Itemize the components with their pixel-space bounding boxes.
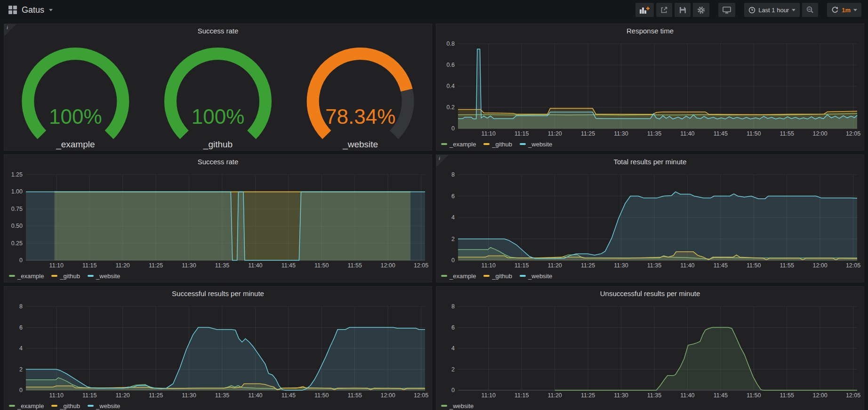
legend-item-_example[interactable]: _example [441,141,476,148]
successful-results-chart[interactable]: 11:1011:1511:2011:2511:3011:3511:4011:45… [4,300,432,400]
legend: _website [436,400,864,410]
legend-label: _website [96,273,120,280]
x-axis-tick-label: 11:40 [248,392,262,399]
x-axis-tick-label: 11:25 [581,392,595,399]
y-axis-tick-label: 0 [19,257,23,264]
time-range-label: Last 1 hour [758,7,789,14]
y-axis-tick-label: 0 [451,387,455,394]
panel-title[interactable]: Successful results per minute [4,287,432,300]
legend-item-_example[interactable]: _example [9,273,44,280]
y-axis-tick-label: 0.4 [447,83,455,89]
dashboard-title[interactable]: Gatus [22,5,44,15]
success-rate-gauges: 100%_example100%_github78.34%_website [4,37,432,150]
y-axis-tick-label: 0.8 [447,40,455,47]
total-results-chart[interactable]: 11:1011:1511:2011:2511:3011:3511:4011:45… [436,168,864,270]
unsuccessful-results-chart[interactable]: 11:1011:1511:2011:2511:3011:3511:4011:45… [436,300,864,400]
y-axis-tick-label: 0 [19,387,23,394]
legend-label: _example [17,273,44,280]
add-panel-button[interactable] [635,3,654,17]
save-button[interactable] [675,3,691,17]
legend-item-_website[interactable]: _website [441,402,474,410]
panel-title[interactable]: Response time [436,24,864,37]
caret-down-icon[interactable] [49,9,53,11]
legend-item-_website[interactable]: _website [520,273,552,280]
x-axis-tick-label: 11:20 [547,130,562,137]
response-time-chart[interactable]: 11:1011:1511:2011:2511:3011:3511:4011:45… [436,37,864,138]
time-range-button[interactable]: Last 1 hour [744,3,800,17]
zoom-out-button[interactable] [802,3,818,17]
x-axis-tick-label: 12:05 [414,392,428,399]
legend-label: _github [60,273,80,280]
legend-item-_example[interactable]: _example [441,273,476,280]
x-axis-tick-label: 11:15 [514,130,529,137]
dashboards-grid-icon[interactable] [8,6,17,14]
navbar-actions: Last 1 hour 1m [633,3,861,17]
legend-color-chip [441,275,447,277]
panel-title[interactable]: Unsuccessful results per minute [436,287,864,300]
total-results-body: 11:1011:1511:2011:2511:3011:3511:4011:45… [436,168,864,282]
legend-item-_github[interactable]: _github [483,141,512,148]
share-icon [660,6,668,14]
legend-label: _website [528,141,552,148]
legend-label: _website [96,402,120,410]
legend-item-_github[interactable]: _github [51,402,80,410]
x-axis-tick-label: 11:45 [714,392,728,399]
tv-mode-button[interactable] [718,3,735,17]
settings-button[interactable] [693,3,709,17]
legend-item-_github[interactable]: _github [51,273,80,280]
x-axis-tick-label: 12:00 [812,262,827,269]
x-axis-tick-label: 11:40 [680,130,694,137]
panel-title[interactable]: Total results per minute [436,155,864,168]
x-axis-tick-label: 11:45 [281,262,296,269]
x-axis-tick-label: 12:00 [812,130,827,137]
y-axis-tick-label: 0.25 [11,240,23,247]
legend-item-_website[interactable]: _website [520,141,552,148]
x-axis-tick-label: 11:20 [547,392,562,399]
x-axis-tick-label: 11:45 [714,130,728,137]
x-axis-tick-label: 11:55 [348,262,362,269]
panel-title[interactable]: Success rate [4,24,432,37]
clock-icon [748,7,755,14]
legend-item-_website[interactable]: _website [88,273,120,280]
gear-icon [697,6,705,14]
gauge-label-_github: _github [203,139,233,150]
success-rate-chart[interactable]: 11:1011:1511:2011:2511:3011:3511:4011:45… [4,168,432,270]
panel-title[interactable]: Success rate [4,155,432,168]
caret-down-icon [853,9,857,11]
legend-label: _example [450,141,476,148]
x-axis-tick-label: 11:35 [215,262,229,269]
x-axis-tick-label: 12:00 [380,262,395,269]
panel-success-rate-gauges: i Success rate 100%_example100%_github78… [4,24,432,151]
legend-item-_example[interactable]: _example [9,402,44,410]
y-axis-tick-label: 4 [451,345,455,352]
y-axis-tick-label: 0 [451,125,455,132]
x-axis-tick-label: 11:50 [314,392,329,399]
x-axis-tick-label: 11:30 [182,392,196,399]
x-axis-tick-label: 11:10 [49,392,64,399]
legend-color-chip [88,275,94,277]
x-axis-tick-label: 12:00 [812,392,827,399]
x-axis-tick-label: 11:15 [82,262,96,269]
x-axis-tick-label: 11:30 [614,130,628,137]
legend-item-_github[interactable]: _github [483,273,512,280]
legend-color-chip [51,405,57,407]
gauge-value-_example: 100% [49,105,102,128]
legend-label: _example [17,402,44,410]
success-rate-gauges-body: 100%_example100%_github78.34%_website [4,37,432,150]
y-axis-tick-label: 0.6 [447,62,455,68]
x-axis-tick-label: 11:50 [314,262,329,269]
refresh-button[interactable]: 1m [827,3,861,17]
share-button[interactable] [656,3,672,17]
x-axis-tick-label: 12:05 [846,392,860,399]
x-axis-tick-label: 11:45 [281,392,296,399]
y-axis-tick-label: 4 [19,345,23,352]
response-time-body: 11:1011:1511:2011:2511:3011:3511:4011:45… [436,37,864,150]
y-axis-tick-label: 0.75 [11,206,23,212]
legend-color-chip [520,275,526,277]
x-axis-tick-label: 11:10 [49,262,64,269]
x-axis-tick-label: 11:20 [547,262,562,269]
legend-item-_website[interactable]: _website [88,402,120,410]
x-axis-tick-label: 11:45 [714,262,728,269]
caret-down-icon [792,9,796,11]
y-axis-tick-label: 8 [451,303,455,310]
